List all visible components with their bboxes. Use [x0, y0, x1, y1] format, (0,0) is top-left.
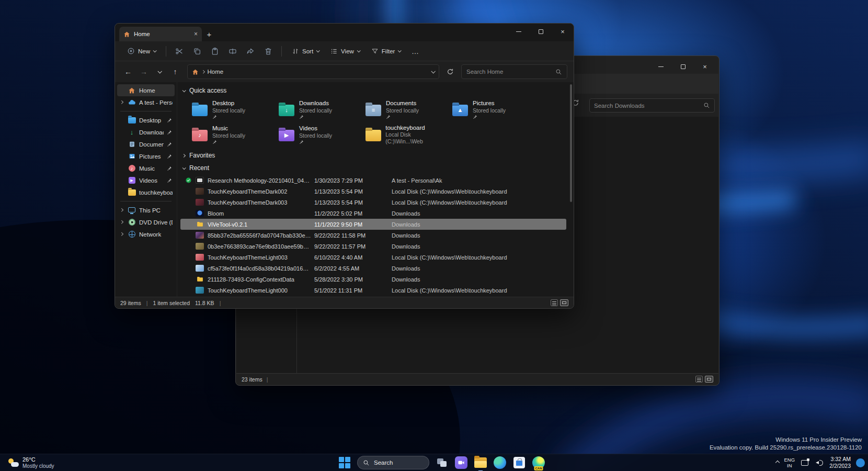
weather-widget[interactable]: 26°C Mostly cloudy	[5, 454, 58, 471]
recent-row-dark002[interactable]: TouchKeyboardThemeDark002 1/13/2023 5:54…	[180, 186, 566, 197]
volume-button[interactable]	[815, 458, 824, 467]
start-button[interactable]	[338, 456, 351, 469]
tab-home[interactable]: Home ×	[119, 27, 202, 41]
recent-row-vivetool-selected[interactable]: ViVeTool-v0.2.1 11/1/2022 9:50 PM Downlo…	[180, 219, 566, 230]
filter-button[interactable]: Filter	[367, 45, 406, 58]
tray-time: 3:32 AM	[830, 456, 851, 463]
image-thumbnail-icon	[196, 265, 204, 272]
search-input[interactable]	[594, 103, 703, 109]
search-box[interactable]	[461, 64, 567, 79]
cut-button[interactable]	[172, 43, 187, 59]
task-view-icon	[437, 458, 447, 467]
paste-button[interactable]	[207, 43, 223, 59]
section-quick-access[interactable]: Quick access	[180, 84, 566, 97]
sort-button[interactable]: Sort	[287, 45, 324, 58]
section-favorites[interactable]: Favorites	[180, 149, 566, 162]
recent-row-cf5a73[interactable]: cf5a73fe0f1f4a0cd58a38b04219a0167354f87f…	[180, 263, 566, 274]
view-label: View	[341, 48, 354, 54]
tile-videos[interactable]: ▶ VideosStored locally	[277, 123, 363, 146]
close-button[interactable]: ×	[552, 24, 574, 39]
sidebar-item-touchkeyboard[interactable]: touchkeyboard	[117, 186, 175, 198]
store-icon	[513, 457, 525, 468]
sidebar-item-home[interactable]: Home	[117, 84, 175, 96]
minimize-button[interactable]	[650, 59, 672, 74]
taskbar-search[interactable]: Search	[357, 456, 429, 469]
notifications-badge[interactable]	[856, 458, 865, 467]
copy-button[interactable]	[189, 43, 205, 59]
recent-row-research-methodology[interactable]: Research Methodology-20210401_040256-Mee…	[180, 175, 566, 186]
tile-documents[interactable]: ≡ DocumentsStored locally	[363, 98, 450, 121]
address-dropdown-icon[interactable]	[431, 69, 435, 73]
vertical-scrollbar[interactable]	[570, 84, 572, 295]
tile-pictures[interactable]: ▲ PicturesStored locally	[450, 98, 537, 121]
sidebar-item-this-pc[interactable]: This PC	[117, 204, 175, 216]
close-button[interactable]: ×	[694, 59, 716, 74]
new-tab-button[interactable]: +	[202, 27, 216, 41]
tile-music[interactable]: ♪ MusicStored locally	[190, 123, 277, 146]
recent-locations-button[interactable]	[153, 65, 166, 78]
sidebar-item-pictures[interactable]: Pictures	[117, 150, 175, 162]
hidden-icons-button[interactable]	[776, 461, 779, 464]
details-view-toggle[interactable]	[695, 376, 703, 383]
recent-row-85bb37[interactable]: 85bb37e2ba65556f7da07047bab330e3534c80a2…	[180, 230, 566, 241]
tab-close-icon[interactable]: ×	[194, 30, 198, 38]
details-view-toggle[interactable]	[551, 299, 558, 306]
view-icon	[330, 48, 338, 55]
recent-row-bloom[interactable]: Bloom 11/2/2022 5:02 PM Downloads	[180, 208, 566, 219]
chat-button[interactable]	[454, 456, 468, 469]
sidebar-item-downloads[interactable]: ↓ Downloads	[117, 126, 175, 138]
pin-icon	[167, 118, 172, 123]
breadcrumb[interactable]: Home	[208, 69, 224, 75]
recent-row-configcontextdata[interactable]: 211128-73493-ConfigContextData 5/28/2022…	[180, 274, 566, 285]
scrollbar-thumb[interactable]	[570, 84, 572, 202]
sidebar-item-dvd-drive[interactable]: DVD Drive (D:) CCC	[117, 216, 175, 228]
recent-row-light000[interactable]: TouchKeyboardThemeLight000 5/1/2022 11:3…	[180, 285, 566, 296]
language-indicator[interactable]: ENG IN	[784, 457, 795, 469]
minimize-button[interactable]	[508, 24, 530, 39]
recent-row-0b3ee7[interactable]: 0b3ee7663893cae76e9bd310aee59b70d76cc476…	[180, 241, 566, 252]
tile-downloads[interactable]: ↓ DownloadsStored locally	[277, 98, 363, 121]
more-options-button[interactable]: …	[407, 43, 423, 59]
search-box[interactable]	[589, 98, 715, 113]
section-recent[interactable]: Recent	[180, 162, 566, 174]
recent-row-offlineinsiderenroll[interactable]: OfflineInsiderEnroll-2.6.3 4/29/2022 10:…	[180, 296, 566, 297]
tile-touchkeyboard[interactable]: touchkeyboardLocal Disk (C:)\Win...\Web	[363, 123, 450, 146]
search-input[interactable]	[466, 69, 555, 75]
tile-desktop[interactable]: DesktopStored locally	[190, 98, 277, 121]
sidebar-item-videos[interactable]: ▶ Videos	[117, 174, 175, 186]
pin-icon	[167, 142, 172, 147]
task-view-button[interactable]	[435, 456, 449, 469]
share-button[interactable]	[243, 43, 258, 59]
recent-row-dark003[interactable]: TouchKeyboardThemeDark003 1/13/2023 5:54…	[180, 197, 566, 208]
icons-view-toggle[interactable]	[560, 299, 568, 306]
home-icon	[123, 31, 130, 38]
clock[interactable]: 3:32 AM 2/2/2023	[829, 456, 851, 469]
up-button[interactable]: ↑	[168, 65, 182, 78]
status-separator: |	[146, 300, 148, 306]
sidebar-item-documents[interactable]: Documents	[117, 138, 175, 150]
edge-button[interactable]	[493, 456, 507, 469]
explorer-window-home[interactable]: Home × + × New	[115, 23, 574, 309]
recent-row-light003[interactable]: TouchKeyboardThemeLight003 6/10/2022 4:4…	[180, 252, 566, 263]
icons-view-toggle[interactable]	[705, 376, 713, 383]
sidebar-item-desktop[interactable]: Desktop	[117, 114, 175, 126]
canary-badge: CAN	[534, 466, 543, 470]
sidebar-item-music[interactable]: ♪ Music	[117, 162, 175, 174]
sidebar-item-network[interactable]: Network	[117, 228, 175, 240]
edge-canary-button[interactable]: CAN	[532, 456, 545, 469]
sidebar-item-onedrive[interactable]: A test - Personal	[117, 96, 175, 108]
file-explorer-button[interactable]	[474, 456, 487, 469]
address-bar[interactable]: Home	[187, 64, 439, 79]
maximize-icon	[539, 29, 543, 34]
refresh-button[interactable]	[443, 64, 458, 79]
rename-button[interactable]	[225, 43, 241, 59]
delete-button[interactable]	[260, 43, 276, 59]
network-button[interactable]	[800, 458, 809, 467]
maximize-button[interactable]	[530, 24, 552, 39]
forward-button[interactable]: →	[137, 65, 151, 78]
store-button[interactable]	[512, 456, 526, 469]
maximize-button[interactable]	[672, 59, 694, 74]
view-button[interactable]: View	[326, 45, 364, 58]
new-button[interactable]: New	[122, 44, 161, 58]
back-button[interactable]: ←	[121, 65, 135, 78]
